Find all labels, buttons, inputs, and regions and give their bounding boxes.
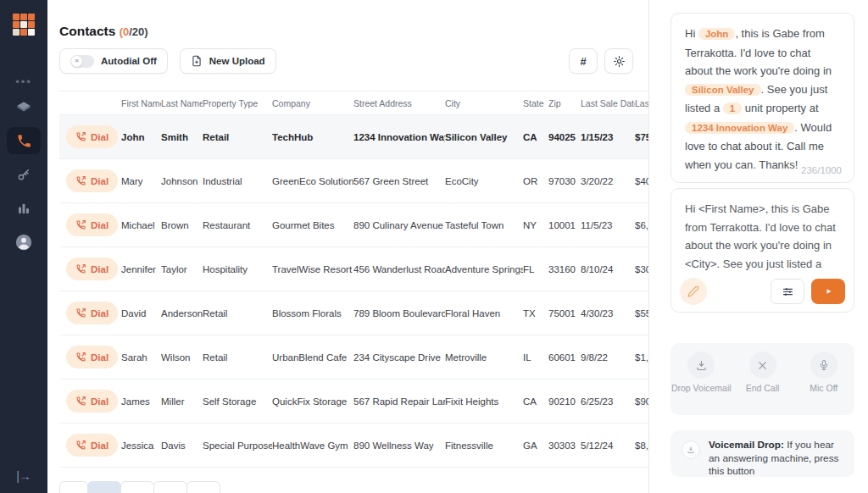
voicemail-drop-icon <box>687 352 715 379</box>
table-cell: TX <box>523 308 548 319</box>
table-cell: 456 Wanderlust Road <box>353 264 445 274</box>
pagination-button[interactable] <box>186 481 220 493</box>
table-cell: Davis <box>161 440 203 451</box>
template-action-row <box>671 271 854 312</box>
drop-voicemail-button[interactable]: Drop Voicemail <box>670 352 732 394</box>
table-cell: 234 Cityscape Drive <box>353 352 445 363</box>
column-header[interactable]: Last Name <box>161 98 203 108</box>
token-pill[interactable]: 1234 Innovation Way <box>685 122 794 134</box>
column-header[interactable]: Zip <box>548 98 581 108</box>
keypad-button[interactable]: # <box>569 48 598 74</box>
column-header[interactable]: Last Sale Date <box>581 98 635 108</box>
table-cell: James <box>121 396 161 407</box>
table-cell: 97030 <box>548 176 581 186</box>
column-header[interactable]: Property Type <box>203 98 272 108</box>
app-logo-icon[interactable] <box>13 14 35 36</box>
column-header[interactable]: Last Sale Price <box>635 98 648 108</box>
more-options-icon[interactable]: ••• <box>15 78 32 86</box>
sidebar-item-profile[interactable] <box>7 229 41 256</box>
table-row[interactable]: DialMaryJohnsonIndustrialGreenEco Soluti… <box>59 159 648 203</box>
table-cell: $55 <box>635 308 648 319</box>
pagination-button[interactable] <box>59 481 88 493</box>
dial-button[interactable]: Dial <box>66 390 118 413</box>
table-cell: HealthWave Gym <box>272 440 353 451</box>
sidebar-item-key[interactable] <box>7 161 41 188</box>
preview-text-segment: unit property at <box>742 102 818 114</box>
autodial-toggle-button[interactable]: × Autodial Off <box>59 48 168 74</box>
toolbar: × Autodial Off New Upload <box>59 48 276 74</box>
end-call-button[interactable]: End Call <box>732 352 793 394</box>
settings-button[interactable] <box>604 48 633 74</box>
dial-button[interactable]: Dial <box>66 434 118 457</box>
table-cell: $1,1 <box>635 352 648 363</box>
voice-settings-button[interactable] <box>771 279 804 304</box>
table-row[interactable]: DialJenniferTaylorHospitalityTravelWise … <box>59 247 648 291</box>
mic-off-label: Mic Off <box>810 383 837 394</box>
token-pill[interactable]: John <box>698 28 735 40</box>
pagination-button[interactable] <box>153 481 187 493</box>
dial-phone-icon <box>75 396 86 407</box>
table-cell: Anderson <box>161 308 203 319</box>
sidebar-item-layers[interactable] <box>7 93 41 120</box>
dial-button[interactable]: Dial <box>66 302 118 324</box>
voicemail-template-input[interactable]: Hi <First Name>, this is Gabe from Terra… <box>671 189 854 272</box>
play-voicemail-button[interactable] <box>811 279 845 304</box>
column-header[interactable]: Street Address <box>353 98 445 108</box>
table-cell: 94025 <box>548 132 581 142</box>
pagination-button[interactable] <box>87 481 121 493</box>
table-cell: Sarah <box>121 352 161 363</box>
sidebar-item-analytics[interactable] <box>7 195 41 222</box>
table-cell: Taylor <box>161 264 203 274</box>
new-upload-button[interactable]: New Upload <box>180 48 276 74</box>
voicemail-drop-tip-icon <box>682 440 700 459</box>
voicemail-preview-card: Hi John, this is Gabe from Terrakotta. I… <box>670 13 854 183</box>
table-cell: 33160 <box>548 264 581 274</box>
column-header[interactable]: State <box>523 98 548 108</box>
dial-label: Dial <box>91 308 108 319</box>
dial-button[interactable]: Dial <box>66 169 118 192</box>
table-cell: Blossom Florals <box>272 308 353 319</box>
table-row[interactable]: DialJessicaDavisSpecial PurposeHealthWav… <box>59 424 648 468</box>
dial-phone-icon <box>75 175 86 186</box>
dial-cell: Dial <box>59 390 121 413</box>
sidebar-item-phone[interactable] <box>7 127 41 154</box>
token-pill[interactable]: Silicon Valley <box>685 84 761 96</box>
mic-off-button[interactable]: Mic Off <box>793 352 854 394</box>
table-row[interactable]: DialJamesMillerSelf StorageQuickFix Stor… <box>59 379 648 424</box>
sliders-icon <box>782 285 794 298</box>
table-cell: Miller <box>161 396 203 407</box>
token-pill[interactable]: 1 <box>723 102 742 114</box>
table-cell: Floral Haven <box>445 308 523 319</box>
dial-label: Dial <box>91 176 108 186</box>
bar-chart-icon <box>16 201 31 216</box>
layers-icon <box>15 98 32 115</box>
dial-button[interactable]: Dial <box>66 346 118 368</box>
column-header[interactable]: First Name <box>121 98 161 108</box>
autodial-toggle[interactable]: × <box>70 55 94 68</box>
edit-template-button[interactable] <box>680 278 707 305</box>
table-cell: 4/30/23 <box>581 308 635 319</box>
sidebar-expand-button[interactable]: |→ <box>0 469 47 483</box>
column-header[interactable]: Company <box>272 98 353 108</box>
pagination-button[interactable] <box>120 481 154 493</box>
dial-button[interactable]: Dial <box>66 213 118 236</box>
dial-label: Dial <box>91 220 108 230</box>
table-row[interactable]: DialSarahWilsonRetailUrbanBlend Cafe234 … <box>59 335 648 379</box>
table-cell: 90210 <box>548 396 581 407</box>
table-cell: UrbanBlend Cafe <box>272 352 353 363</box>
table-row[interactable]: DialJohnSmithRetailTechHub1234 Innovatio… <box>59 115 648 159</box>
dial-button[interactable]: Dial <box>66 258 118 280</box>
voicemail-tip-text: Voicemail Drop: If you hear an answering… <box>709 439 843 479</box>
table-cell: Jennifer <box>121 264 161 274</box>
play-icon <box>823 286 833 296</box>
table-row[interactable]: DialDavidAndersonRetailBlossom Florals78… <box>59 291 648 335</box>
file-plus-icon <box>191 55 203 67</box>
table-cell: $90 <box>635 396 648 407</box>
column-header[interactable]: City <box>445 98 523 108</box>
contacts-count-total: /20) <box>129 25 147 38</box>
dial-button[interactable]: Dial <box>66 125 118 148</box>
table-cell: Tasteful Town <box>445 220 523 230</box>
dial-phone-icon <box>75 307 86 319</box>
table-row[interactable]: DialMichaelBrownRestaurantGourmet Bites8… <box>59 203 648 247</box>
table-cell: 1234 Innovation Way <box>353 132 445 142</box>
